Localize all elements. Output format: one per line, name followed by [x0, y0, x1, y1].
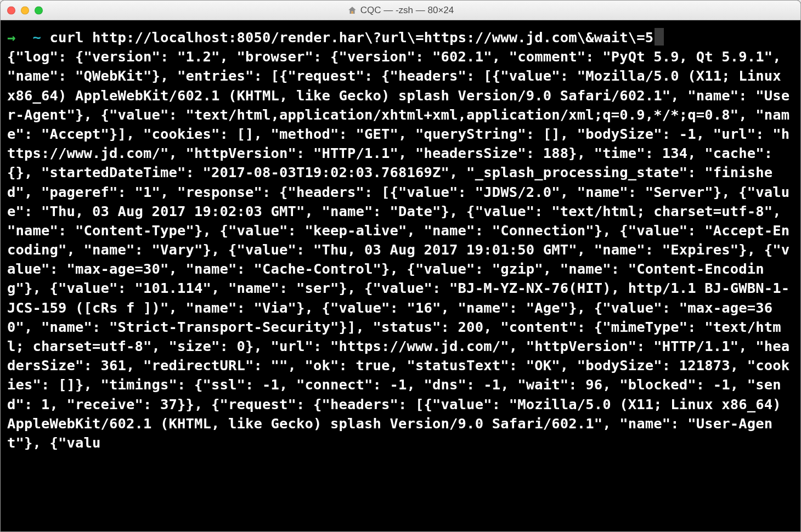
command-text: curl http://localhost:8050/render.har\?u… — [50, 29, 654, 46]
home-icon — [347, 5, 357, 15]
title-bar: CQC — -zsh — 80×24 — [1, 1, 800, 20]
terminal-body[interactable]: → ~ curl http://localhost:8050/render.ha… — [1, 20, 800, 531]
window-title: CQC — -zsh — 80×24 — [1, 5, 800, 16]
svg-rect-0 — [351, 11, 353, 14]
cursor — [655, 28, 664, 46]
prompt-arrow-icon: → — [7, 29, 16, 46]
window-title-text: CQC — -zsh — 80×24 — [360, 5, 454, 16]
zoom-button[interactable] — [35, 6, 43, 14]
close-button[interactable] — [7, 6, 15, 14]
terminal-output: {"log": {"version": "1.2", "browser": {"… — [7, 48, 789, 451]
prompt-cwd: ~ — [33, 29, 42, 46]
minimize-button[interactable] — [21, 6, 29, 14]
traffic-lights — [7, 6, 43, 14]
terminal-window: CQC — -zsh — 80×24 → ~ curl http://local… — [0, 0, 801, 532]
